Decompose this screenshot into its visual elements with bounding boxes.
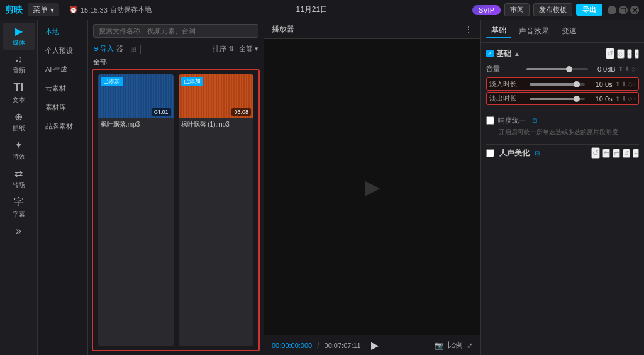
media-toolbar: ⊕ 导入 器 ⊞ 排序 ⇅ 全部 ▾: [88, 42, 264, 56]
date-display: 11月21日: [152, 4, 472, 15]
sidebar-item-caption[interactable]: 字 字幕: [3, 193, 35, 222]
vocal-beauty-label: 人声美化: [499, 148, 530, 159]
volume-label: 音量: [486, 64, 524, 74]
fade-in-knob[interactable]: [574, 81, 580, 87]
effects-icon: ✦: [14, 139, 23, 151]
volume-unify-hint: 开启后可统一所单选选或多选的原片段响度: [499, 128, 639, 137]
sidebar-label-media: 媒体: [13, 38, 25, 47]
tab-speed[interactable]: 变速: [557, 25, 582, 38]
export-button[interactable]: 导出: [576, 4, 602, 16]
vocal-beauty-btn1[interactable]: ⇆: [602, 149, 610, 158]
sidebar-item-transition[interactable]: ⇄ 转场: [3, 165, 35, 192]
keyframe-prev[interactable]: ‹: [627, 49, 631, 59]
window-controls: — □ ✕: [608, 6, 639, 14]
preview-controls: 00:00:00:000 / 00:07:07:11 ▶ 📷 比例 ⤢: [264, 335, 480, 355]
media-content: ⊕ 导入 器 ⊞ 排序 ⇅ 全部 ▾ 全部: [88, 20, 264, 355]
fade-in-up[interactable]: ⬆: [615, 81, 620, 87]
vocal-beauty-btn4[interactable]: +: [633, 149, 639, 158]
sidebar-label-caption: 字幕: [13, 210, 25, 219]
media-grid: 已添加 04:01 枫叶飘落.mp3 已添加 03:08 枫叶飘落 (1).mp…: [92, 69, 260, 351]
sub-item-ai[interactable]: AI 生成: [40, 61, 85, 78]
fade-out-kf[interactable]: ◇: [628, 95, 633, 102]
maximize-button[interactable]: □: [619, 6, 628, 14]
volume-down[interactable]: ⬇: [625, 65, 630, 72]
sidebar-item-effects[interactable]: ✦ 特效: [3, 137, 35, 164]
volume-unify-icon: ⊡: [532, 117, 537, 124]
keyframe-next[interactable]: ›: [635, 49, 639, 59]
fade-in-slider[interactable]: [530, 83, 585, 86]
fade-in-more[interactable]: ›: [634, 81, 636, 87]
section-expand[interactable]: ▲: [514, 50, 520, 57]
review-button[interactable]: 审阅: [504, 3, 530, 16]
toolbar-divider2: [140, 45, 141, 54]
volume-up[interactable]: ⬆: [618, 65, 623, 72]
volume-knob[interactable]: [566, 66, 572, 72]
filename-label: 枫叶飘落 (1).mp3: [179, 118, 254, 131]
svip-button[interactable]: SVIP: [472, 5, 501, 15]
current-time: 00:00:00:000: [272, 342, 312, 349]
fade-out-knob[interactable]: [574, 96, 580, 102]
sidebar-item-sticker[interactable]: ⊕ 贴纸: [3, 108, 35, 135]
basic-section: 基础 ▲ ↺ ◇ ‹ › 音量 0.0dB ⬆: [486, 48, 639, 105]
fade-out-more[interactable]: ›: [634, 95, 636, 102]
fade-in-value: 10.0s: [587, 81, 613, 88]
section-header: 基础 ▲ ↺ ◇ ‹ ›: [486, 48, 639, 59]
right-content: 基础 ▲ ↺ ◇ ‹ › 音量 0.0dB ⬆: [481, 43, 644, 355]
search-input[interactable]: [93, 24, 258, 38]
volume-btns: ⬆ ⬇ ◇ ›: [618, 65, 639, 72]
sub-item-cloud[interactable]: 云素材: [40, 80, 85, 97]
keyframe-button[interactable]: ◇: [617, 49, 625, 59]
volume-unify-row: 响度统一 ⊡: [486, 116, 639, 125]
sub-item-preset[interactable]: 个人预设: [40, 42, 85, 59]
template-button[interactable]: 发布模板: [533, 3, 572, 16]
grid-toggle[interactable]: 器: [116, 44, 123, 54]
import-button[interactable]: ⊕ 导入: [93, 44, 114, 54]
preview-area: 播放器 ⋮ ▶ 00:00:00:000 / 00:07:07:11 ▶ 📷 比…: [264, 20, 480, 355]
audio-icon: ♫: [15, 54, 23, 65]
sidebar-item-audio[interactable]: ♫ 音频: [3, 51, 35, 77]
media-card[interactable]: 已添加 03:08 枫叶飘落 (1).mp3: [179, 74, 254, 346]
vocal-beauty-btn2[interactable]: ⇄: [613, 149, 620, 158]
tab-audio-effects[interactable]: 声音效果: [514, 25, 554, 38]
fade-in-btns: ⬆ ⬇ ◇ ›: [615, 81, 636, 87]
vocal-beauty-btn3[interactable]: ↺: [623, 149, 630, 158]
ratio-button[interactable]: 比例: [448, 340, 463, 351]
sub-item-library[interactable]: 素材库: [40, 99, 85, 116]
volume-more[interactable]: ›: [637, 65, 639, 72]
screenshot-button[interactable]: 📷: [435, 340, 444, 351]
sidebar-item-text[interactable]: TI 文本: [3, 79, 35, 107]
main-area: ▶ 媒体 ♫ 音频 TI 文本 ⊕ 贴纸 ✦ 特效 ⇄ 转场 字 字幕 »: [0, 20, 644, 355]
fade-in-kf[interactable]: ◇: [628, 81, 633, 87]
fade-in-down[interactable]: ⬇: [621, 81, 626, 87]
fade-in-label: 淡入时长: [489, 79, 527, 89]
fade-out-down[interactable]: ⬇: [621, 95, 626, 102]
fade-out-row: 淡出时长 10.0s ⬆ ⬇ ◇ ›: [486, 92, 639, 105]
vocal-beauty-check[interactable]: [486, 149, 494, 157]
sidebar-label-transition: 转场: [13, 181, 25, 189]
minimize-button[interactable]: —: [608, 6, 616, 14]
vocal-beauty-reset[interactable]: ↺: [591, 147, 600, 159]
sub-item-brand[interactable]: 品牌素材: [40, 118, 85, 135]
basic-enable-check[interactable]: [486, 50, 494, 57]
volume-slider[interactable]: [526, 68, 588, 70]
sub-item-local[interactable]: 本地: [40, 23, 85, 40]
preview-header: 播放器 ⋮: [264, 20, 480, 39]
all-button[interactable]: 全部 ▾: [239, 44, 258, 54]
sidebar-item-more[interactable]: »: [3, 223, 35, 239]
tab-basic[interactable]: 基础: [486, 24, 511, 38]
fullscreen-button[interactable]: ⤢: [467, 340, 473, 351]
fade-out-up[interactable]: ⬆: [615, 95, 620, 102]
media-card[interactable]: 已添加 04:01 枫叶飘落.mp3: [98, 74, 174, 346]
fade-in-row: 淡入时长 10.0s ⬆ ⬇ ◇ ›: [486, 77, 639, 91]
sidebar-item-media[interactable]: ▶ 媒体: [3, 23, 35, 50]
play-button[interactable]: ▶: [371, 339, 379, 351]
sort-button[interactable]: 排序 ⇅: [213, 44, 234, 54]
reset-button[interactable]: ↺: [606, 48, 614, 59]
close-button[interactable]: ✕: [630, 6, 639, 14]
volume-kf[interactable]: ◇: [631, 65, 636, 72]
menu-button[interactable]: 菜单 ▾: [28, 3, 59, 16]
preview-more-button[interactable]: ⋮: [464, 25, 473, 35]
filename-label: 枫叶飘落.mp3: [98, 118, 174, 131]
fade-out-slider[interactable]: [530, 98, 585, 100]
volume-unify-check[interactable]: [486, 116, 494, 125]
